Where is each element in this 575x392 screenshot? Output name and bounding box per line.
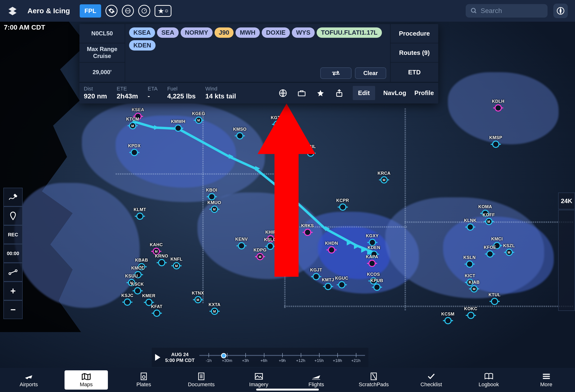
tab-imagery[interactable]: Imagery: [237, 372, 281, 388]
play-button[interactable]: [155, 354, 160, 361]
tab-logbook[interactable]: Logbook: [467, 372, 510, 388]
route-tool[interactable]: [3, 263, 23, 281]
scrubber-tick[interactable]: +30m: [218, 352, 236, 363]
tab-airports[interactable]: Airports: [7, 372, 50, 388]
route-chip[interactable]: NORMY: [181, 27, 213, 38]
scrubber-tick[interactable]: +21h: [347, 352, 365, 363]
etd-button[interactable]: ETD: [391, 63, 438, 82]
route-chip[interactable]: DOXIE: [262, 27, 290, 38]
tab-checklist[interactable]: Checklist: [409, 372, 453, 388]
scrubber-tick[interactable]: +9h: [273, 352, 291, 363]
airport-marker[interactable]: KGEGM: [192, 111, 205, 124]
airport-marker[interactable]: KSZLM: [503, 243, 515, 256]
airport-marker[interactable]: KTNXM: [192, 291, 204, 303]
draw-tool[interactable]: [3, 188, 23, 207]
airport-marker[interactable]: KTUL: [489, 292, 501, 305]
scrubber-tick[interactable]: +3h: [236, 352, 255, 363]
tab-maps[interactable]: Maps: [65, 370, 108, 390]
airport-marker[interactable]: KMSP: [489, 135, 502, 148]
airport-marker[interactable]: KDLH: [492, 99, 504, 112]
airport-marker[interactable]: KGUC: [335, 276, 348, 289]
clear-button[interactable]: Clear: [355, 67, 386, 79]
scrubber-tick[interactable]: +6h: [255, 352, 273, 363]
profile-button[interactable]: Profile: [414, 89, 434, 97]
zoom-in-button[interactable]: +: [3, 281, 23, 300]
route-chip[interactable]: MWH: [236, 27, 260, 38]
edit-button[interactable]: Edit: [353, 86, 375, 100]
cruise-profile[interactable]: Max Range Cruise: [79, 43, 125, 63]
briefcase-icon[interactable]: [296, 88, 307, 98]
tab-scratchpads[interactable]: ScratchPads: [352, 372, 395, 388]
airport-marker[interactable]: KSCK: [131, 282, 144, 295]
navlog-button[interactable]: NavLog: [383, 89, 406, 97]
airport-marker[interactable]: KOKC: [464, 306, 478, 319]
airport-marker[interactable]: KTCMM: [126, 117, 139, 129]
marker-tool[interactable]: [3, 207, 23, 225]
aircraft-callsign[interactable]: N0CL50: [79, 24, 125, 43]
route-chip[interactable]: WYS: [292, 27, 315, 38]
routes-button[interactable]: Routes (9): [391, 43, 438, 63]
gauge-icon[interactable]: [138, 5, 150, 17]
record-button[interactable]: REC: [3, 225, 23, 244]
globe-icon[interactable]: [122, 5, 134, 17]
route-chip[interactable]: SEA: [157, 27, 178, 38]
airport-marker[interactable]: KLNK: [464, 218, 477, 231]
route-chip[interactable]: KDEN: [129, 40, 156, 50]
airport-marker[interactable]: KOFFM: [483, 212, 495, 225]
airport-marker[interactable]: KAHCM: [150, 242, 163, 255]
fpl-button[interactable]: FPL: [80, 4, 101, 18]
airport-marker[interactable]: KLMT: [134, 207, 146, 220]
airport-marker[interactable]: KBOI: [206, 188, 217, 201]
zoom-slider[interactable]: [558, 210, 575, 311]
time-scrubber[interactable]: AUG 245:00 PM CDT -1h+30m+3h+6h+9h+12h+1…: [152, 348, 368, 367]
tab-more[interactable]: More: [525, 372, 568, 388]
zoom-level[interactable]: 24K: [558, 192, 575, 209]
zoom-out-button[interactable]: −: [3, 300, 23, 319]
airport-marker[interactable]: KMSO: [233, 127, 247, 139]
star-icon[interactable]: [315, 88, 326, 98]
airport-marker[interactable]: KCSM: [441, 312, 455, 324]
scrubber-track[interactable]: -1h+30m+3h+6h+9h+12h+15h+18h+21h: [199, 352, 365, 363]
airport-marker[interactable]: KFOE: [484, 245, 496, 258]
route-chip[interactable]: TOFUU.FLATI1.17L: [317, 27, 382, 38]
overlay-label[interactable]: Aero & Icing: [27, 7, 70, 15]
airport-marker[interactable]: KSLN: [463, 255, 476, 268]
airport-marker[interactable]: KMWH: [171, 119, 185, 132]
airport-marker[interactable]: KXTAM: [209, 302, 220, 315]
scrubber-tick[interactable]: +12h: [291, 352, 310, 363]
airport-marker[interactable]: KCPR: [336, 198, 349, 211]
airport-marker[interactable]: KNFLM: [170, 257, 183, 270]
airport-marker[interactable]: KFAT: [151, 304, 163, 317]
scrubber-tick[interactable]: +18h: [328, 352, 346, 363]
compass-button[interactable]: [553, 4, 568, 18]
layers-button[interactable]: [7, 5, 18, 16]
tab-flights[interactable]: Flights: [294, 372, 338, 388]
airport-marker[interactable]: KMTJ: [322, 277, 334, 290]
route-chip[interactable]: J90: [215, 27, 234, 38]
tab-plates[interactable]: Plates: [122, 372, 166, 388]
send-globe-icon[interactable]: [278, 88, 288, 98]
airport-marker[interactable]: KPUB: [370, 278, 383, 291]
favorite-timer-icon[interactable]: ★⊙: [155, 5, 171, 17]
airport-marker[interactable]: KGXY: [366, 233, 379, 246]
scrubber-tick[interactable]: +15h: [310, 352, 328, 363]
route-string[interactable]: KSEASEANORMYJ90MWHDOXIEWYSTOFUU.FLATI1.1…: [125, 24, 390, 82]
airport-marker[interactable]: KSJC: [121, 293, 133, 306]
airport-marker[interactable]: KENV: [235, 237, 248, 250]
airport-marker[interactable]: KRCAM: [378, 171, 391, 184]
procedure-button[interactable]: Procedure: [391, 24, 438, 43]
scrubber-tick[interactable]: -1h: [199, 352, 218, 363]
airport-marker[interactable]: KRNO: [155, 254, 168, 266]
swap-button[interactable]: [320, 67, 352, 79]
cruise-altitude[interactable]: 29,000': [79, 63, 125, 82]
route-chip[interactable]: KSEA: [129, 27, 155, 38]
airport-marker[interactable]: KMUOM: [208, 200, 221, 213]
share-icon[interactable]: [334, 88, 345, 98]
search-input[interactable]: Search: [466, 4, 548, 18]
airport-marker[interactable]: KHDN: [325, 241, 338, 254]
airport-marker[interactable]: KPDX: [128, 143, 141, 156]
settings-icon[interactable]: [105, 5, 118, 17]
airport-marker[interactable]: KAPA: [366, 254, 378, 267]
airport-marker[interactable]: KIABM: [469, 280, 480, 293]
tab-documents[interactable]: Documents: [180, 372, 223, 388]
